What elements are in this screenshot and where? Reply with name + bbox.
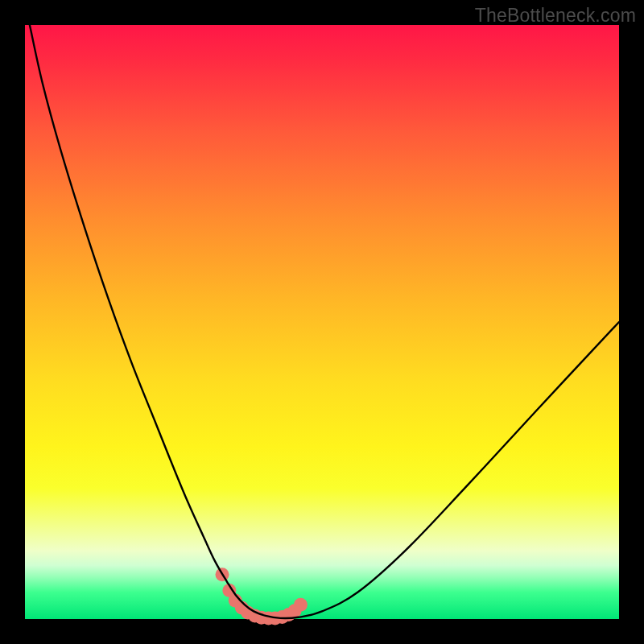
chart-frame: TheBottleneck.com — [0, 0, 644, 644]
curve-layer — [25, 25, 619, 619]
highlight-dots-group — [216, 568, 308, 625]
highlight-dot — [294, 598, 308, 612]
watermark-text: TheBottleneck.com — [475, 5, 636, 27]
bottleneck-curve — [30, 25, 619, 618]
plot-area — [25, 25, 619, 619]
